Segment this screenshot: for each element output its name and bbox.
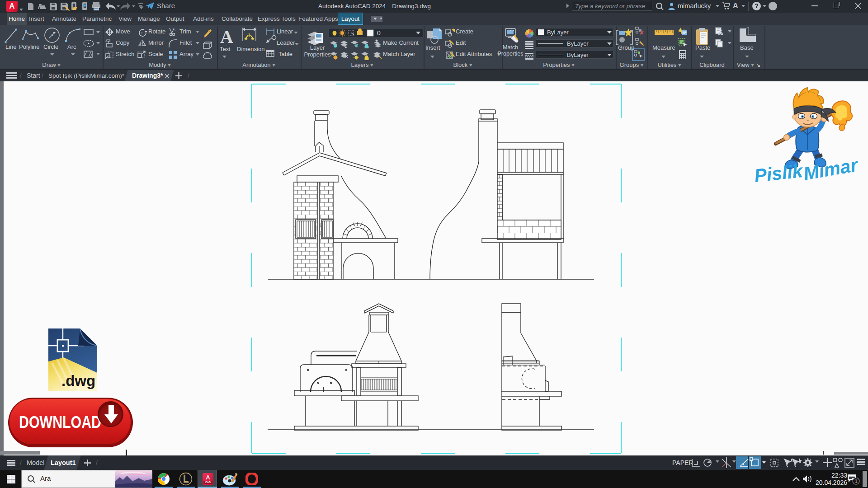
svg-text:.dwg: .dwg bbox=[61, 372, 95, 389]
svg-text:Mımar: Mımar bbox=[802, 154, 860, 184]
svg-text:Pislik: Pislik bbox=[753, 160, 805, 186]
svg-text:1: 1 bbox=[855, 479, 858, 484]
svg-text:A: A bbox=[220, 27, 233, 47]
svg-text:0: 0 bbox=[377, 29, 381, 37]
